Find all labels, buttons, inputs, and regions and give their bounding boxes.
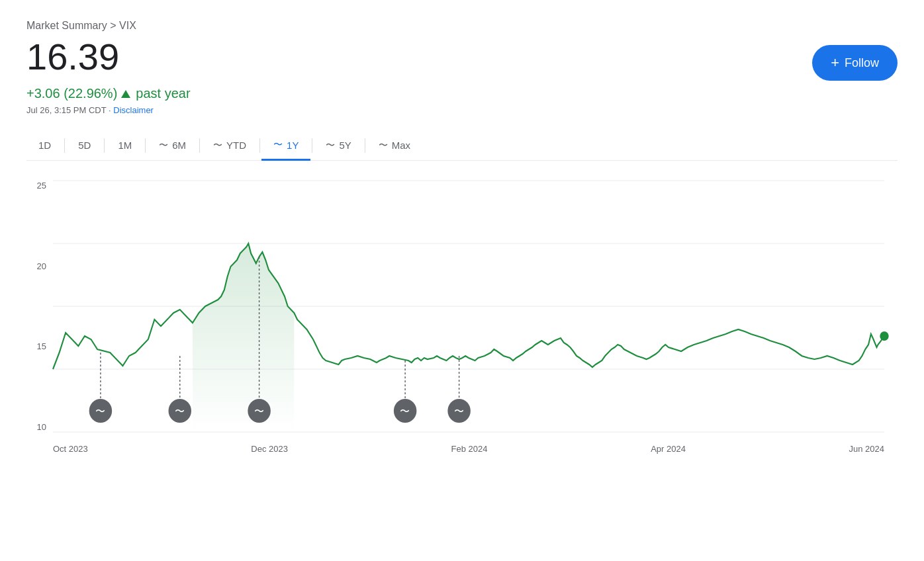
plus-icon: + [831,54,839,71]
svg-text:〜: 〜 [400,406,410,417]
wave-icon-1y: 〜 [273,139,283,151]
tab-max-label: Max [392,140,410,151]
x-label-dec2023: Dec 2023 [251,444,288,454]
wave-icon-6m: 〜 [159,140,168,151]
tab-1m-label: 1M [118,140,132,151]
chart-fill-highlight [193,243,294,432]
chart-line-svg: 〜 〜 〜 〜 〜 [53,181,884,432]
x-label-oct2023: Oct 2023 [53,444,88,454]
tab-divider-6 [312,138,312,153]
timestamp: Jul 26, 3:15 PM CDT · Disclaimer [26,105,898,115]
time-range-tabs: 1D 5D 1M 〜 6M 〜 YTD 〜 1Y 〜 5Y 〜 Max [26,131,898,161]
current-price-dot [880,331,888,341]
tab-divider-2 [104,138,105,153]
svg-text:〜: 〜 [95,406,106,417]
y-label-25: 25 [26,181,46,191]
up-arrow-icon [121,90,130,98]
tab-1y[interactable]: 〜 1Y [261,131,310,161]
price-change: +3.06 (22.96%) past year [26,86,898,101]
tab-divider-3 [145,138,146,153]
x-label-feb2024: Feb 2024 [451,444,488,454]
tab-ytd[interactable]: 〜 YTD [201,132,258,161]
y-label-15: 15 [26,341,46,351]
tab-1d[interactable]: 1D [26,132,63,160]
svg-text:〜: 〜 [175,406,185,417]
tab-divider-1 [64,138,65,153]
follow-label: Follow [845,56,879,70]
chart-svg-container: 〜 〜 〜 〜 〜 [53,181,884,432]
x-axis-labels: Oct 2023 Dec 2023 Feb 2024 Apr 2024 Jun … [53,439,884,458]
tab-divider-4 [199,138,200,153]
wave-icon-max: 〜 [379,140,388,151]
tab-5d-label: 5D [78,140,91,151]
y-axis-labels: 25 20 15 10 [26,181,46,432]
tab-6m-label: 6M [172,140,186,151]
tab-max[interactable]: 〜 Max [367,132,422,161]
svg-text:〜: 〜 [454,406,465,417]
tab-ytd-label: YTD [226,140,246,151]
tab-6m[interactable]: 〜 6M [147,132,198,161]
change-period: past year [136,86,190,101]
price-chart: 25 20 15 10 [26,181,898,458]
svg-text:〜: 〜 [254,406,265,417]
x-label-jun2024: Jun 2024 [849,444,885,454]
change-value: +3.06 (22.96%) [26,86,117,101]
follow-button[interactable]: + Follow [812,45,898,81]
price-display: 16.39 [26,38,119,75]
tab-1d-label: 1D [38,140,51,151]
tab-divider-7 [365,138,365,153]
tab-1m[interactable]: 1M [106,132,144,160]
breadcrumb: Market Summary > VIX [26,20,898,32]
tab-5d[interactable]: 5D [66,132,103,160]
wave-icon-ytd: 〜 [213,140,222,151]
tab-5y[interactable]: 〜 5Y [314,132,363,161]
wave-icon-5y: 〜 [326,140,335,151]
tab-divider-5 [259,138,260,153]
tab-5y-label: 5Y [339,140,351,151]
y-label-20: 20 [26,261,46,271]
x-label-apr2024: Apr 2024 [651,444,686,454]
disclaimer-link[interactable]: Disclaimer [113,105,154,115]
y-label-10: 10 [26,422,46,432]
tab-1y-label: 1Y [287,140,299,151]
time-value: Jul 26, 3:15 PM CDT [26,105,106,115]
